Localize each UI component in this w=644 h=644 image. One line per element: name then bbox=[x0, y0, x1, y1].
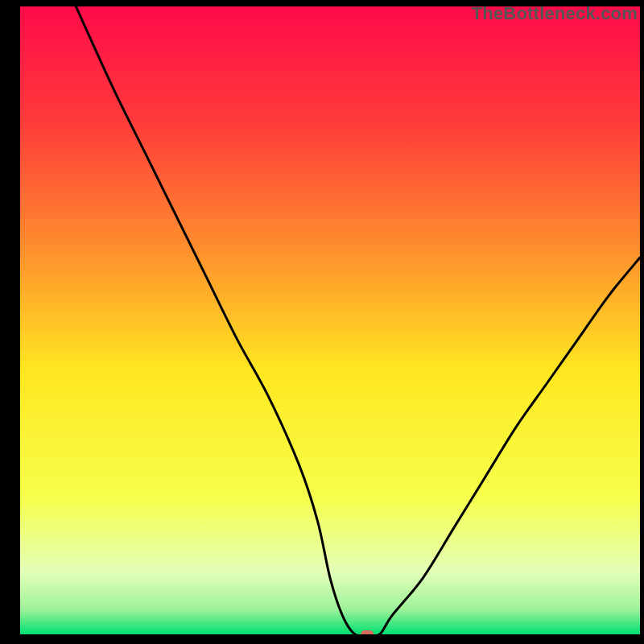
chart-svg bbox=[20, 6, 640, 634]
marker-dot bbox=[361, 630, 374, 634]
gradient-background bbox=[20, 6, 640, 634]
chart-frame: TheBottleneck.com bbox=[0, 0, 644, 644]
watermark-text: TheBottleneck.com bbox=[472, 3, 638, 24]
minimum-marker bbox=[361, 630, 374, 634]
plot-area bbox=[20, 6, 640, 634]
